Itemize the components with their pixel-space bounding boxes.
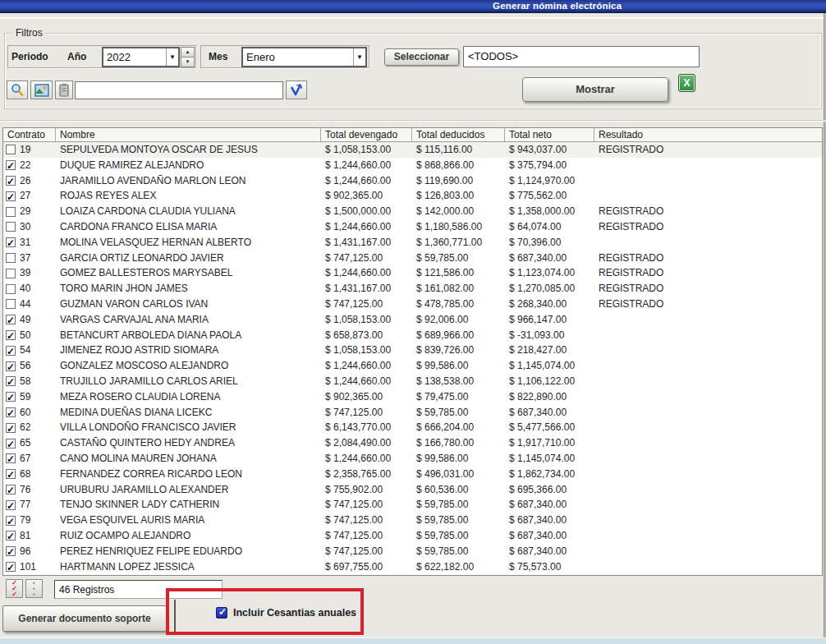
table-row[interactable]: 19SEPULVEDA MONTOYA OSCAR DE JESUS$ 1,05… bbox=[3, 142, 822, 158]
table-row[interactable]: 76URUBURU JARAMILLO ALEXANDER$ 755,902.0… bbox=[3, 482, 822, 498]
check-all-button[interactable]: ✓✓✓ bbox=[6, 579, 23, 598]
table-row[interactable]: 31MOLINA VELASQUEZ HERNAN ALBERTO$ 1,431… bbox=[3, 235, 822, 251]
filters-groupbox: Filtros Periodo Año 2022 ▼ ▲ ▼ Mes Enero… bbox=[4, 33, 822, 109]
contrato-number: 30 bbox=[20, 219, 30, 235]
row-checkbox[interactable] bbox=[6, 376, 16, 386]
nombre-cell: BETANCURT ARBOLEDA DIANA PAOLA bbox=[56, 328, 321, 343]
table-row[interactable]: 49VARGAS CARVAJAL ANA MARIA$ 1,058,153.0… bbox=[3, 312, 822, 328]
row-checkbox[interactable] bbox=[6, 500, 16, 510]
neto-cell: $ 218,427.00 bbox=[505, 343, 594, 358]
row-checkbox[interactable] bbox=[6, 562, 16, 572]
table-row[interactable]: 58TRUJILLO JARAMILLO CARLOS ARIEL$ 1,244… bbox=[3, 374, 822, 389]
row-checkbox[interactable] bbox=[6, 269, 16, 278]
table-row[interactable]: 65CASTAÑO QUINTERO HEDY ANDREA$ 2,084,49… bbox=[3, 435, 822, 451]
row-checkbox[interactable] bbox=[6, 176, 16, 186]
table-row[interactable]: 54JIMENEZ ROJO ASTRID SIOMARA$ 1,058,153… bbox=[3, 343, 822, 358]
todos-field[interactable]: <TODOS> bbox=[463, 46, 700, 67]
row-checkbox[interactable] bbox=[6, 392, 16, 402]
table-row[interactable]: 96PEREZ HENRIQUEZ FELIPE EDUARDO$ 747,12… bbox=[3, 544, 822, 559]
row-checkbox[interactable] bbox=[6, 453, 16, 463]
search-button[interactable] bbox=[7, 80, 28, 99]
column-header-deducidos[interactable]: Total deducidos bbox=[412, 128, 505, 141]
row-checkbox[interactable] bbox=[6, 330, 16, 340]
column-header-nombre[interactable]: Nombre bbox=[56, 128, 321, 141]
table-row[interactable]: 81RUIZ OCAMPO ALEJANDRO$ 747,125.00$ 59,… bbox=[3, 528, 822, 544]
row-checkbox[interactable] bbox=[6, 407, 16, 417]
row-checkbox[interactable] bbox=[6, 191, 16, 201]
devengado-cell: $ 747,125.00 bbox=[321, 497, 412, 513]
table-row[interactable]: 62VILLA LONDOÑO FRANCISCO JAVIER$ 6,143,… bbox=[3, 420, 822, 435]
row-checkbox[interactable] bbox=[6, 237, 16, 247]
row-checkbox[interactable] bbox=[6, 284, 16, 294]
table-row[interactable]: 68FERNANDEZ CORREA RICARDO LEON$ 2,358,7… bbox=[3, 467, 822, 482]
month-value: Enero bbox=[243, 51, 353, 63]
year-dropdown[interactable]: 2022 ▼ bbox=[102, 47, 180, 67]
month-dropdown[interactable]: Enero ▼ bbox=[241, 47, 367, 67]
chevron-down-icon[interactable]: ▼ bbox=[166, 48, 178, 66]
row-checkbox[interactable] bbox=[6, 315, 16, 324]
validate-button[interactable] bbox=[286, 80, 307, 99]
uncheck-all-button[interactable]: ▪▪▪ bbox=[25, 579, 43, 598]
table-row[interactable]: 101HARTMANN LOPEZ JESSICA$ 697,755.00$ 6… bbox=[3, 559, 822, 575]
resultado-cell bbox=[594, 173, 822, 189]
clipboard-button[interactable] bbox=[55, 80, 73, 99]
table-row[interactable]: 40TORO MARIN JHON JAMES$ 1,431,167.00$ 1… bbox=[3, 281, 822, 297]
resultado-cell bbox=[594, 435, 822, 451]
table-row[interactable]: 77TENJO SKINNER LADY CATHERIN$ 747,125.0… bbox=[3, 497, 822, 513]
row-checkbox[interactable] bbox=[6, 546, 16, 556]
table-row[interactable]: 30CARDONA FRANCO ELISA MARIA$ 1,244,660.… bbox=[3, 219, 822, 235]
table-row[interactable]: 67CANO MOLINA MAUREN JOHANA$ 1,244,660.0… bbox=[3, 451, 822, 467]
spinner-up-icon[interactable]: ▲ bbox=[181, 47, 195, 58]
contrato-cell: 65 bbox=[3, 435, 56, 451]
table-row[interactable]: 39GOMEZ BALLESTEROS MARYSABEL$ 1,244,660… bbox=[3, 265, 822, 281]
contrato-cell: 58 bbox=[3, 374, 56, 389]
row-checkbox[interactable] bbox=[6, 299, 16, 309]
row-checkbox[interactable] bbox=[6, 516, 16, 526]
contrato-cell: 68 bbox=[3, 467, 56, 482]
table-row[interactable]: 44GUZMAN VARON CARLOS IVAN$ 747,125.00$ … bbox=[3, 297, 822, 312]
seleccionar-button[interactable]: Seleccionar bbox=[384, 48, 459, 66]
nombre-cell: GONZALEZ MOSCOSO ALEJANDRO bbox=[56, 358, 321, 374]
table-row[interactable]: 59MEZA ROSERO CLAUDIA LORENA$ 902,365.00… bbox=[3, 389, 822, 405]
contrato-number: 76 bbox=[20, 482, 30, 498]
mostrar-button[interactable]: Mostrar bbox=[522, 77, 668, 102]
year-spinner[interactable]: ▲ ▼ bbox=[181, 47, 195, 67]
column-header-devengado[interactable]: Total devengado bbox=[321, 128, 412, 141]
deducidos-cell: $ 839,726.00 bbox=[412, 343, 505, 358]
column-header-neto[interactable]: Total neto bbox=[505, 128, 594, 141]
column-header-contrato[interactable]: Contrato bbox=[3, 128, 56, 141]
table-row[interactable]: 22DUQUE RAMIREZ ALEJANDRO$ 1,244,660.00$… bbox=[3, 158, 822, 173]
row-checkbox[interactable] bbox=[6, 485, 16, 494]
check-all-icon: ✓✓✓ bbox=[11, 580, 17, 597]
excel-icon[interactable]: X bbox=[678, 74, 695, 92]
table-row[interactable]: 56GONZALEZ MOSCOSO ALEJANDRO$ 1,244,660.… bbox=[3, 358, 822, 374]
search-input[interactable] bbox=[75, 81, 283, 99]
contrato-number: 58 bbox=[20, 374, 30, 389]
row-checkbox[interactable] bbox=[6, 253, 16, 263]
row-checkbox[interactable] bbox=[6, 531, 16, 540]
image-search-button[interactable] bbox=[30, 80, 53, 99]
row-checkbox[interactable] bbox=[6, 361, 16, 371]
neto-cell: $ 943,037.00 bbox=[505, 142, 594, 158]
row-checkbox[interactable] bbox=[6, 346, 16, 356]
row-checkbox[interactable] bbox=[6, 423, 16, 433]
row-checkbox[interactable] bbox=[6, 160, 16, 170]
table-row[interactable]: 27ROJAS REYES ALEX$ 902,365.00$ 126,803.… bbox=[3, 188, 822, 204]
row-checkbox[interactable] bbox=[6, 207, 16, 217]
table-row[interactable]: 29LOAIZA CARDONA CLAUDIA YULIANA$ 1,500,… bbox=[3, 204, 822, 219]
table-row[interactable]: 26JARAMILLO AVENDAÑO MARLON LEON$ 1,244,… bbox=[3, 173, 822, 189]
table-row[interactable]: 60MEDINA DUEÑAS DIANA LICEKC$ 747,125.00… bbox=[3, 405, 822, 421]
column-header-resultado[interactable]: Resultado bbox=[594, 128, 822, 141]
table-row[interactable]: 79VEGA ESQUIVEL AURIS MARIA$ 747,125.00$… bbox=[3, 513, 822, 528]
row-checkbox[interactable] bbox=[6, 145, 16, 154]
deducidos-cell: $ 1,180,586.00 bbox=[412, 219, 505, 235]
resultado-cell bbox=[594, 405, 822, 421]
row-checkbox[interactable] bbox=[6, 469, 16, 479]
generar-documento-button[interactable]: Generar documento soporte bbox=[2, 605, 167, 632]
spinner-down-icon[interactable]: ▼ bbox=[181, 58, 195, 67]
table-row[interactable]: 37GARCIA ORTIZ LEONARDO JAVIER$ 747,125.… bbox=[3, 251, 822, 266]
chevron-down-icon[interactable]: ▼ bbox=[353, 48, 365, 66]
row-checkbox[interactable] bbox=[6, 439, 16, 448]
table-row[interactable]: 50BETANCURT ARBOLEDA DIANA PAOLA$ 658,87… bbox=[3, 328, 822, 343]
row-checkbox[interactable] bbox=[6, 222, 16, 232]
